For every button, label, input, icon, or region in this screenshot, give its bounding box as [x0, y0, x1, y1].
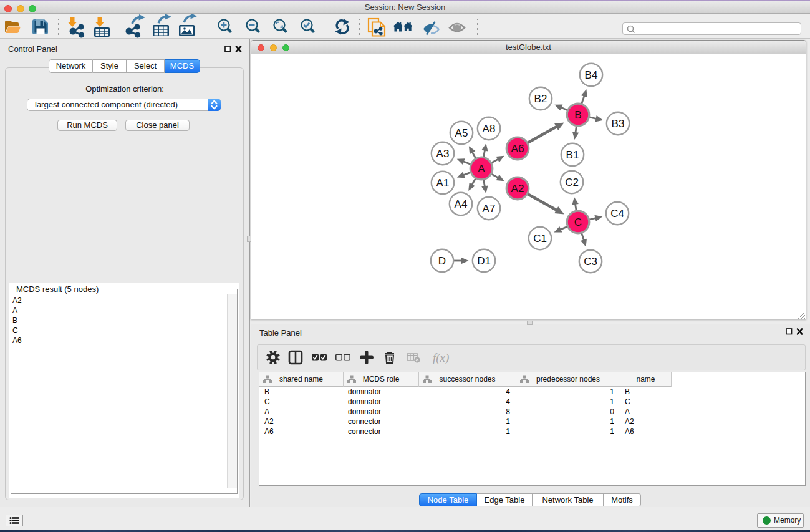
svg-text:B3: B3 [612, 118, 625, 130]
svg-text:B4: B4 [585, 69, 598, 81]
svg-text:D: D [438, 255, 446, 267]
svg-text:C4: C4 [610, 208, 624, 220]
svg-text:A6: A6 [511, 143, 524, 155]
svg-text:A1: A1 [436, 177, 450, 189]
svg-text:A3: A3 [436, 148, 450, 160]
svg-text:A2: A2 [511, 183, 524, 195]
svg-text:C3: C3 [584, 256, 597, 268]
svg-text:f(x): f(x) [433, 351, 449, 365]
svg-text:B1: B1 [566, 149, 579, 161]
svg-text:B2: B2 [534, 93, 547, 105]
svg-text:B: B [574, 109, 581, 121]
svg-text:C1: C1 [533, 233, 547, 244]
svg-text:A7: A7 [483, 203, 496, 215]
svg-text:C: C [574, 216, 582, 228]
svg-text:A5: A5 [455, 127, 468, 139]
svg-text:A: A [478, 163, 485, 175]
svg-text:A8: A8 [483, 123, 496, 135]
svg-text:C2: C2 [565, 177, 579, 188]
svg-text:A4: A4 [455, 198, 468, 210]
svg-text:D1: D1 [477, 255, 491, 267]
